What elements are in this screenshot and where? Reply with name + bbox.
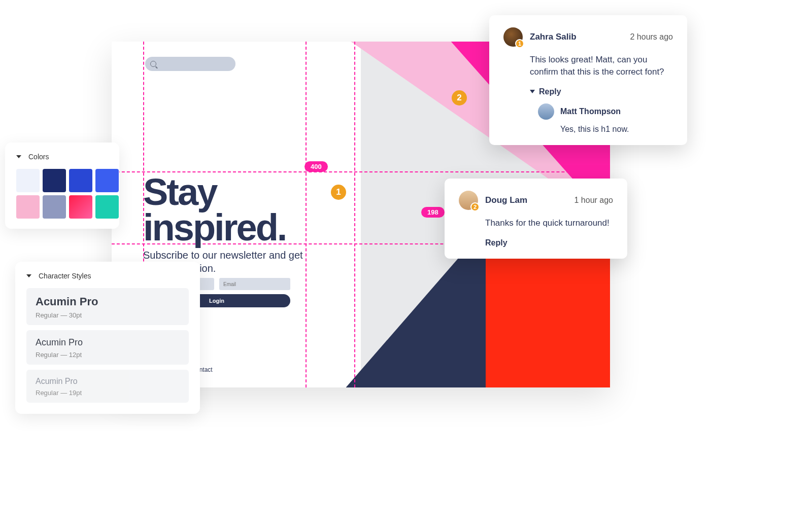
- reply-block: Matt Thompson Yes, this is h1 now.: [538, 103, 673, 134]
- avatar-badge: 1: [515, 39, 524, 48]
- style-name: Acumin Pro: [36, 337, 180, 348]
- style-meta: Regular — 19pt: [36, 389, 180, 397]
- character-style-item[interactable]: Acumin Pro Regular — 19pt: [26, 370, 189, 403]
- reply-button[interactable]: Reply: [485, 238, 613, 247]
- panel-title: Colors: [28, 153, 49, 161]
- avatar[interactable]: [538, 103, 554, 120]
- color-swatch[interactable]: [69, 195, 92, 219]
- shape-block-red: [486, 256, 611, 387]
- character-style-item[interactable]: Acumin Pro Regular — 12pt: [26, 330, 189, 365]
- style-meta: Regular — 12pt: [36, 351, 180, 359]
- reply-label: Reply: [539, 87, 561, 96]
- search-icon: [150, 61, 156, 67]
- hero-title-line2: inspired.: [143, 210, 286, 245]
- comment-card[interactable]: 2 Doug Lam 1 hour ago Thanks for the qui…: [445, 179, 627, 259]
- panel-title: Character Styles: [39, 272, 91, 280]
- hero-title-line1: Stay: [143, 174, 286, 210]
- panel-header[interactable]: Character Styles: [26, 272, 189, 280]
- comment-header: 2 Doug Lam 1 hour ago: [459, 191, 613, 210]
- color-swatch[interactable]: [95, 169, 119, 192]
- color-swatch[interactable]: [69, 169, 92, 192]
- character-style-item[interactable]: Acumin Pro Regular — 30pt: [26, 288, 189, 325]
- style-meta: Regular — 30pt: [36, 311, 180, 319]
- color-swatch[interactable]: [95, 195, 119, 219]
- color-swatch[interactable]: [43, 169, 66, 192]
- comment-marker-1[interactable]: 1: [331, 185, 346, 200]
- swatch-grid: [16, 169, 108, 219]
- avatar[interactable]: 2: [459, 191, 478, 210]
- comment-body: This looks great! Matt, can you confirm …: [530, 54, 673, 78]
- color-swatch[interactable]: [16, 169, 40, 192]
- color-swatch[interactable]: [16, 195, 40, 219]
- style-name: Acumin Pro: [36, 295, 180, 308]
- comment-header: 1 Zahra Salib 2 hours ago: [503, 27, 673, 47]
- comment-time: 2 hours ago: [630, 32, 673, 42]
- character-styles-panel[interactable]: Character Styles Acumin Pro Regular — 30…: [15, 262, 200, 414]
- avatar[interactable]: 1: [503, 27, 523, 47]
- reply-body: Yes, this is h1 now.: [560, 125, 673, 134]
- comment-marker-2[interactable]: 2: [452, 90, 467, 105]
- chevron-down-icon: [26, 274, 31, 277]
- guide-vertical: [354, 42, 355, 387]
- email-field[interactable]: [219, 278, 290, 290]
- style-name: Acumin Pro: [36, 377, 180, 386]
- chevron-down-icon: [16, 155, 21, 158]
- avatar-badge: 2: [470, 202, 480, 211]
- reply-toggle[interactable]: Reply: [530, 87, 673, 96]
- panel-header[interactable]: Colors: [16, 153, 108, 161]
- comment-author: Doug Lam: [485, 195, 567, 205]
- guide-vertical: [306, 42, 307, 387]
- measurement-badge: 198: [421, 207, 445, 218]
- reply-author: Matt Thompson: [560, 107, 621, 116]
- colors-panel[interactable]: Colors: [5, 143, 119, 229]
- search-input[interactable]: [145, 57, 235, 71]
- comment-body: Thanks for the quick turnaround!: [485, 217, 613, 229]
- comment-card[interactable]: 1 Zahra Salib 2 hours ago This looks gre…: [489, 15, 687, 145]
- comment-author: Zahra Salib: [530, 32, 623, 42]
- color-swatch[interactable]: [43, 195, 66, 219]
- measurement-badge: 400: [304, 161, 328, 172]
- hero-title[interactable]: Stay inspired.: [143, 174, 286, 246]
- triangle-down-icon: [530, 90, 535, 93]
- comment-time: 1 hour ago: [574, 196, 613, 205]
